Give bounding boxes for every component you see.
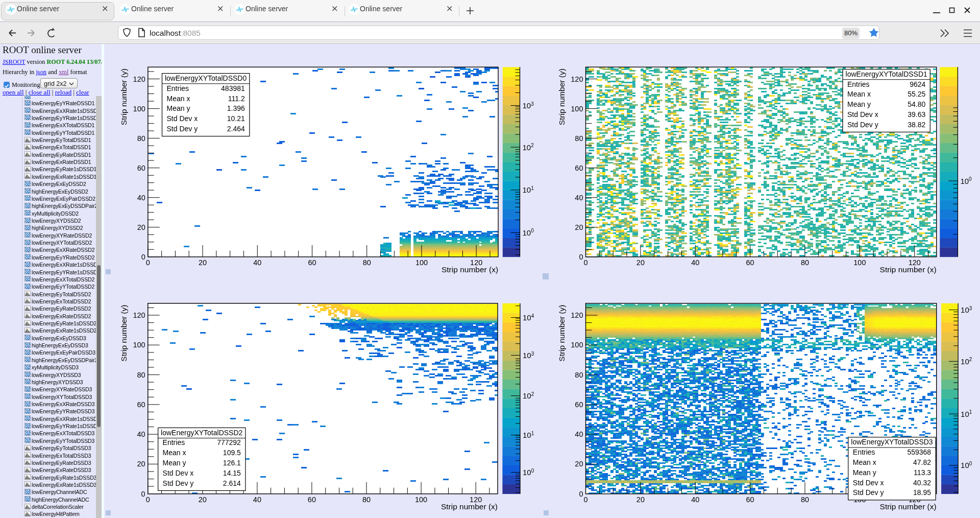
svg-text:20: 20: [575, 223, 583, 231]
svg-text:80: 80: [137, 371, 145, 379]
svg-text:101: 101: [961, 409, 972, 418]
svg-text:40: 40: [137, 430, 145, 438]
svg-text:Mean x: Mean x: [853, 458, 876, 466]
svg-text:lowEnergyXYTotalDSSD2: lowEnergyXYTotalDSSD2: [161, 429, 243, 437]
svg-text:14.15: 14.15: [223, 469, 241, 477]
svg-text:Std Dev y: Std Dev y: [853, 488, 884, 497]
svg-text:38.82: 38.82: [908, 121, 925, 129]
svg-text:103: 103: [523, 351, 534, 360]
svg-text:Strip number (y): Strip number (y): [557, 68, 566, 125]
svg-text:Std Dev x: Std Dev x: [847, 110, 878, 119]
svg-text:100: 100: [415, 496, 427, 504]
svg-text:40.32: 40.32: [913, 479, 931, 487]
svg-text:126.1: 126.1: [223, 459, 241, 467]
svg-text:20: 20: [636, 496, 645, 504]
svg-text:120: 120: [133, 311, 145, 319]
svg-text:100: 100: [960, 176, 972, 185]
svg-text:100: 100: [133, 105, 145, 113]
svg-text:9624: 9624: [910, 80, 925, 88]
svg-text:Mean y: Mean y: [163, 459, 186, 467]
svg-text:0: 0: [583, 496, 587, 504]
svg-text:483981: 483981: [221, 84, 245, 92]
svg-text:60: 60: [575, 401, 583, 409]
svg-text:1.396: 1.396: [227, 104, 245, 112]
svg-text:100: 100: [961, 461, 972, 470]
svg-text:Mean y: Mean y: [167, 104, 190, 112]
svg-text:102: 102: [523, 391, 534, 401]
svg-text:Strip number (x): Strip number (x): [880, 265, 937, 274]
svg-text:Std Dev x: Std Dev x: [163, 469, 194, 477]
svg-text:Entries: Entries: [847, 80, 870, 88]
svg-text:40: 40: [575, 430, 583, 438]
svg-text:Entries: Entries: [163, 438, 185, 446]
svg-text:0: 0: [579, 490, 583, 498]
svg-text:Strip number (x): Strip number (x): [880, 502, 937, 511]
svg-text:80: 80: [137, 134, 145, 143]
svg-text:lowEnergyXYTotalDSSD0: lowEnergyXYTotalDSSD0: [165, 74, 247, 82]
svg-text:Strip number (y): Strip number (y): [119, 68, 128, 125]
svg-text:0: 0: [141, 253, 145, 261]
svg-text:0: 0: [579, 253, 583, 261]
svg-text:47.82: 47.82: [913, 458, 931, 466]
svg-text:Mean y: Mean y: [853, 468, 876, 477]
svg-text:Strip number (x): Strip number (x): [442, 265, 498, 274]
svg-text:60: 60: [137, 401, 145, 409]
svg-text:Std Dev x: Std Dev x: [167, 114, 198, 123]
svg-text:102: 102: [523, 143, 534, 152]
svg-text:Strip number (y): Strip number (y): [557, 305, 566, 362]
svg-text:100: 100: [853, 258, 866, 267]
svg-text:Mean y: Mean y: [847, 100, 871, 108]
svg-text:0: 0: [583, 258, 587, 267]
svg-text:60: 60: [137, 164, 145, 172]
svg-text:20: 20: [199, 496, 207, 504]
svg-text:Std Dev y: Std Dev y: [847, 121, 878, 129]
svg-text:40: 40: [691, 496, 699, 504]
svg-text:Std Dev x: Std Dev x: [853, 479, 884, 487]
svg-text:20: 20: [199, 258, 207, 267]
svg-text:Entries: Entries: [167, 84, 189, 92]
svg-text:103: 103: [961, 305, 972, 315]
svg-text:100: 100: [571, 105, 583, 113]
svg-text:113.3: 113.3: [914, 468, 931, 477]
svg-text:55.25: 55.25: [908, 90, 925, 98]
svg-text:103: 103: [523, 101, 534, 110]
svg-text:120: 120: [571, 75, 583, 83]
svg-text:40: 40: [253, 258, 261, 267]
svg-text:Mean x: Mean x: [163, 449, 186, 457]
svg-text:80: 80: [575, 371, 583, 379]
svg-text:Entries: Entries: [853, 448, 875, 456]
svg-text:120: 120: [571, 311, 583, 319]
svg-text:10.21: 10.21: [227, 114, 245, 123]
svg-text:40: 40: [575, 194, 583, 202]
svg-text:lowEnergyXYTotalDSSD1: lowEnergyXYTotalDSSD1: [846, 70, 928, 78]
svg-text:101: 101: [523, 431, 534, 440]
svg-text:100: 100: [415, 258, 428, 267]
svg-text:80: 80: [362, 496, 371, 504]
svg-text:559368: 559368: [907, 448, 931, 456]
svg-text:60: 60: [746, 496, 754, 504]
svg-text:80: 80: [363, 258, 371, 267]
svg-text:40: 40: [137, 194, 145, 202]
svg-text:20: 20: [137, 223, 145, 231]
svg-text:102: 102: [961, 357, 972, 366]
svg-text:0: 0: [141, 490, 145, 498]
svg-text:20: 20: [636, 258, 645, 267]
svg-text:54.80: 54.80: [908, 100, 925, 108]
svg-text:111.2: 111.2: [228, 95, 245, 103]
svg-text:40: 40: [691, 258, 699, 267]
svg-text:100: 100: [523, 468, 534, 477]
svg-text:18.95: 18.95: [913, 488, 931, 497]
svg-text:39.63: 39.63: [908, 110, 925, 119]
svg-text:100: 100: [571, 341, 583, 349]
svg-text:Strip number (y): Strip number (y): [119, 305, 128, 362]
svg-text:2.464: 2.464: [227, 125, 245, 133]
svg-text:0: 0: [146, 496, 150, 504]
svg-text:40: 40: [253, 496, 261, 504]
svg-text:104: 104: [523, 313, 534, 322]
svg-text:lowEnergyXYTotalDSSD3: lowEnergyXYTotalDSSD3: [851, 438, 933, 446]
svg-text:101: 101: [523, 185, 534, 195]
svg-text:777292: 777292: [217, 438, 241, 446]
svg-text:100: 100: [523, 228, 534, 237]
svg-text:Std Dev y: Std Dev y: [163, 479, 194, 487]
svg-text:Mean x: Mean x: [167, 95, 190, 103]
